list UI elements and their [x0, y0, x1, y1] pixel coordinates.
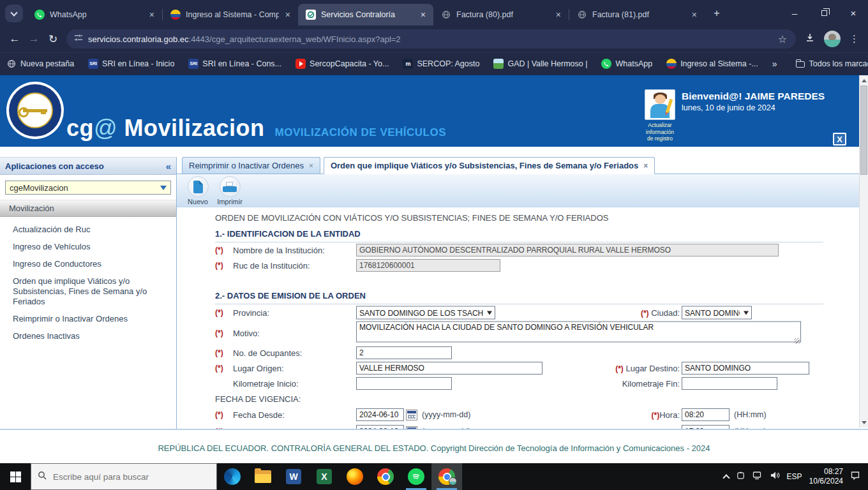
- provincia-select[interactable]: SANTO DOMINGO DE LOS TSACHILAS: [356, 306, 495, 320]
- ruc-input[interactable]: [356, 259, 500, 272]
- taskbar-firefox-button[interactable]: [340, 463, 370, 490]
- close-tab-icon[interactable]: ×: [284, 10, 292, 20]
- forward-button[interactable]: →: [24, 29, 43, 48]
- tune-icon[interactable]: [74, 33, 83, 45]
- browser-tab-servicios-contraloria[interactable]: Servicios Contraloría ×: [298, 4, 433, 26]
- tab-search-button[interactable]: [5, 4, 23, 22]
- close-tab-icon[interactable]: ×: [309, 161, 313, 170]
- logout-close-button[interactable]: X: [833, 133, 846, 145]
- application-select[interactable]: cgeMovilizacion: [5, 181, 171, 195]
- form-title: ORDEN DE MOVILIZACIÓN CON VIÁTICOS Y/O S…: [215, 213, 868, 225]
- sidebar-item-ingreso-conductores[interactable]: Ingreso de Conductores: [13, 259, 168, 269]
- back-button[interactable]: ←: [5, 29, 24, 48]
- bookmark-sri-inicio[interactable]: SRI SRI en Línea - Inicio: [88, 59, 174, 69]
- hora-hasta-input[interactable]: [682, 425, 730, 429]
- taskbar-edge-button[interactable]: [217, 463, 248, 490]
- sidebar-item-orden-viaticos[interactable]: Orden que implique Viáticos y/o Subsiste…: [13, 276, 168, 307]
- ciudad-select[interactable]: SANTO DOMINGO: [682, 306, 752, 320]
- browser-tab-ingreso[interactable]: Ingreso al Sistema - Compra ×: [163, 4, 298, 26]
- close-tab-icon[interactable]: ×: [148, 10, 156, 20]
- ocupantes-input[interactable]: [356, 346, 452, 359]
- profile-badge-icon: [449, 477, 457, 486]
- fecha-hasta-input[interactable]: [356, 425, 404, 429]
- reload-button[interactable]: ↻: [43, 29, 63, 48]
- taskbar-chrome-active-button[interactable]: [431, 463, 462, 490]
- scroll-down-icon[interactable]: [860, 418, 868, 427]
- sidebar-item-actualizacion-ruc[interactable]: Actualización de Ruc: [13, 225, 168, 235]
- update-registration-widget[interactable]: Actualizar información de registro: [643, 89, 677, 142]
- address-bar[interactable]: servicios.contraloria.gob.ec:4443/cge_ar…: [66, 29, 796, 48]
- hora-desde-input[interactable]: [682, 408, 730, 421]
- clock-date: 10/6/2024: [809, 477, 843, 486]
- close-tab-icon[interactable]: ×: [419, 10, 427, 20]
- collapse-sidebar-icon[interactable]: «: [166, 161, 171, 172]
- bookmark-nueva-pestana[interactable]: Nueva pestaña: [6, 59, 74, 69]
- required-mark: (*): [215, 246, 223, 255]
- network-icon[interactable]: [752, 471, 763, 482]
- minimize-button[interactable]: –: [780, 0, 809, 26]
- language-indicator[interactable]: ESP: [787, 472, 802, 481]
- tray-expand-icon[interactable]: [722, 474, 730, 481]
- volume-icon[interactable]: [770, 471, 780, 482]
- browser-tab-factura80[interactable]: Factura (80).pdf ×: [433, 4, 569, 26]
- all-bookmarks-button[interactable]: Todos los marcadores: [795, 59, 868, 69]
- profile-avatar[interactable]: [824, 31, 841, 47]
- search-input[interactable]: [53, 472, 193, 482]
- calendar-icon[interactable]: [406, 426, 417, 429]
- bookmark-sercop[interactable]: m SERCOP: Agosto: [403, 59, 479, 69]
- resize-grip-icon[interactable]: [794, 338, 800, 344]
- tab-orden-viaticos[interactable]: Orden que implique Viáticos y/o Subsiste…: [324, 157, 655, 174]
- web-page: cg@ Movilizacion MOVILIZACIÓN DE VEHÍCUL…: [0, 74, 868, 463]
- browser-tab-factura81[interactable]: Factura (81).pdf ×: [569, 4, 705, 26]
- row-fecha-hasta: (*) Fecha Hasta: (yyyy-mm-dd) (*)Hora: (…: [177, 423, 862, 429]
- sidebar-item-reimprimir-ordenes[interactable]: Reimprimir o Inactivar Ordenes: [13, 314, 168, 324]
- user-avatar[interactable]: [645, 89, 675, 120]
- bookmark-whatsapp[interactable]: WhatsApp: [601, 59, 652, 69]
- km-fin-input[interactable]: [682, 377, 777, 390]
- chevron-down-icon: [487, 311, 492, 318]
- bookmark-sri-consultas[interactable]: SRI SRI en Línea - Cons...: [188, 59, 281, 69]
- taskbar-explorer-button[interactable]: [248, 463, 278, 490]
- scrollbar-thumb[interactable]: [860, 85, 867, 175]
- tab-reimprimir-ordenes[interactable]: Reimprimir o Inactivar Ordenes ×: [182, 157, 320, 174]
- taskbar-spotify-button[interactable]: [401, 463, 431, 490]
- clock[interactable]: 08:27 10/6/2024: [809, 467, 843, 486]
- sidebar-group-movilizacion[interactable]: Movilización: [0, 200, 176, 217]
- sidebar-item-ordenes-inactivas[interactable]: Ordenes Inactivas: [13, 331, 168, 341]
- lugar-destino-input[interactable]: [682, 362, 809, 375]
- scroll-up-icon[interactable]: [860, 75, 868, 85]
- km-inicio-input[interactable]: [356, 377, 452, 390]
- new-tab-button[interactable]: +: [708, 5, 725, 22]
- taskbar-chrome-button[interactable]: [370, 463, 401, 490]
- bookmark-gad-valle-hermoso[interactable]: GAD | Valle Hermoso |: [493, 59, 587, 69]
- taskbar-search[interactable]: [31, 463, 217, 490]
- fecha-desde-input[interactable]: [356, 408, 404, 421]
- bookmarks-overflow-icon[interactable]: »: [772, 59, 777, 69]
- browser-tab-whatsapp[interactable]: WhatsApp ×: [27, 4, 162, 26]
- sidebar-item-ingreso-vehiculos[interactable]: Ingreso de Vehículos: [13, 242, 168, 252]
- institucion-input[interactable]: [356, 244, 779, 256]
- new-button[interactable]: Nuevo: [183, 176, 213, 205]
- bookmark-ingreso-sistema[interactable]: Ingreso al Sistema -...: [666, 59, 758, 69]
- close-tab-icon[interactable]: ×: [643, 161, 648, 170]
- page-scrollbar[interactable]: [859, 75, 868, 427]
- device-icon[interactable]: [736, 471, 745, 483]
- close-tab-icon[interactable]: ×: [555, 10, 562, 20]
- downloads-icon[interactable]: [805, 33, 815, 45]
- row-ocupantes: (*) No. de Ocupantes:: [177, 345, 862, 360]
- bookmark-star-icon[interactable]: ☆: [778, 33, 787, 45]
- restore-button[interactable]: [809, 0, 839, 26]
- action-center-icon[interactable]: [850, 470, 860, 483]
- taskbar-word-button[interactable]: W: [278, 463, 309, 490]
- bookmark-sercopcapacita[interactable]: SercopCapacita - Yo...: [296, 59, 389, 69]
- close-tab-icon[interactable]: ×: [691, 10, 698, 20]
- motivo-textarea[interactable]: MOVILIZACIÓN HACIA LA CIUDAD DE SANTO DO…: [356, 322, 801, 343]
- calendar-icon[interactable]: [406, 410, 417, 420]
- window-controls: – ×: [780, 0, 868, 26]
- browser-menu-icon[interactable]: ⋮: [849, 33, 859, 45]
- close-window-button[interactable]: ×: [839, 0, 868, 26]
- taskbar-excel-button[interactable]: X: [309, 463, 340, 490]
- start-button[interactable]: [0, 463, 31, 490]
- print-button[interactable]: Imprimir: [215, 176, 244, 205]
- browser-tab-bar: WhatsApp × Ingreso al Sistema - Compra ×…: [0, 0, 868, 26]
